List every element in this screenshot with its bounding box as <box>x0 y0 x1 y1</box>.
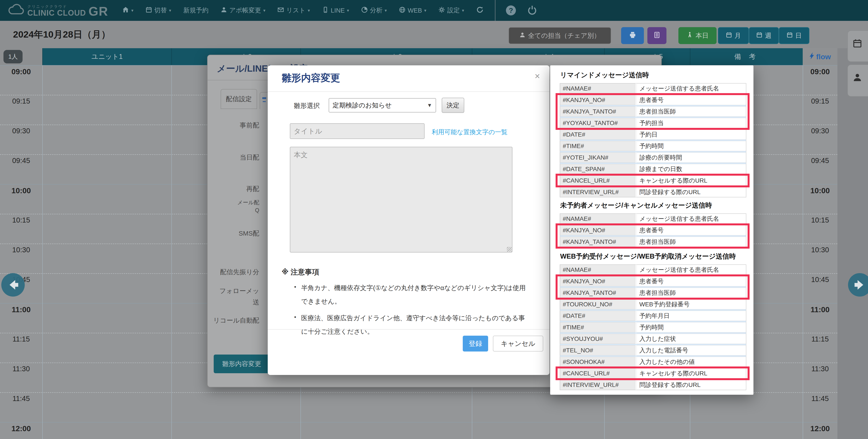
placeholder-description: 入力したその他の値 <box>637 357 746 367</box>
time-label: 09:45 <box>0 156 42 165</box>
list-view-button[interactable] <box>647 27 666 44</box>
highlighted-row-group: #KANJYA_NO#患者番号#KANJYA_TANTO#患者担当医師 <box>560 225 746 248</box>
person-count-badge: 1人 <box>3 50 23 63</box>
mail-icon <box>277 6 284 14</box>
calendar-row[interactable] <box>0 392 837 422</box>
menu-line-label: LINE <box>331 7 345 14</box>
menu-appointment-book-label: アポ帳変更 <box>229 6 261 15</box>
top-navbar: クリニッククラウド CLINIC CLOUD GR ▾ 切替 ▾ 新規予約 アポ… <box>0 0 868 21</box>
menu-analysis-label: 分析 <box>370 6 382 15</box>
rail-person-button[interactable] <box>847 64 868 97</box>
placeholder-code: #CANCEL_URL# <box>560 368 636 378</box>
refresh-icon <box>476 6 484 15</box>
placeholder-row: #TOUROKU_NO#WEB予約登録番号 <box>560 299 746 311</box>
settings-label: メール配 <box>208 199 259 206</box>
menu-analysis[interactable]: 分析 ▾ <box>361 6 387 15</box>
print-button[interactable] <box>621 27 644 44</box>
menu-line[interactable]: LINE ▾ <box>322 6 349 14</box>
menu-settings-label: 設定 <box>447 6 460 15</box>
tab-partial[interactable] <box>260 92 269 109</box>
refresh-button[interactable] <box>476 6 484 15</box>
notes-title: ※ 注意事項 <box>282 267 319 277</box>
menu-web[interactable]: WEB ▾ <box>399 6 426 14</box>
lightning-bolt-icon <box>809 52 814 61</box>
column-border <box>172 65 172 439</box>
placeholder-section-heading: 未予約者メッセージ/キャンセルメッセージ送信時 <box>560 201 746 210</box>
placeholder-code: #KANJYA_NO# <box>560 225 636 235</box>
placeholder-description: 診療までの日数 <box>637 164 746 174</box>
week-view-button[interactable]: 週 <box>749 27 779 44</box>
menu-home[interactable]: ▾ <box>122 6 133 15</box>
time-label: 11:15 <box>803 335 837 343</box>
menu-new-reservation[interactable]: 新規予約 <box>183 6 209 15</box>
right-rail <box>837 48 868 439</box>
time-label: 11:00 <box>803 305 837 314</box>
today-button[interactable]: 本日 <box>678 27 717 44</box>
template-change-button[interactable]: 雛形内容変更 <box>214 355 270 373</box>
time-label: 09:30 <box>803 127 837 135</box>
time-label: 11:45 <box>803 394 837 403</box>
menu-appointment-book[interactable]: アポ帳変更 ▾ <box>221 6 265 15</box>
placeholder-code: #TIME# <box>560 322 636 332</box>
help-button[interactable]: ? <box>506 5 516 16</box>
placeholder-row: #NAMAE#メッセージ送信する患者氏名 <box>560 265 746 276</box>
brand-logo[interactable]: クリニッククラウド CLINIC CLOUD GR <box>8 4 108 17</box>
replacement-chars-link[interactable]: 利用可能な置換文字の一覧 <box>432 128 507 137</box>
settings-label: 送 <box>208 298 259 307</box>
placeholder-description: メッセージ送信する患者氏名 <box>637 214 746 224</box>
register-button[interactable]: 登録 <box>463 335 488 352</box>
time-label: 11:30 <box>803 365 837 373</box>
flow-label: flow <box>816 53 831 61</box>
template-select[interactable]: 定期検診のお知らせ ▼ <box>329 98 436 113</box>
close-icon[interactable]: × <box>534 71 540 81</box>
menu-settings[interactable]: 設定 ▾ <box>438 6 464 15</box>
current-date: 2024年10月28日（月） <box>13 28 111 41</box>
logout-button[interactable] <box>527 5 537 16</box>
chevron-down-icon: ▾ <box>263 8 265 13</box>
placeholder-description: メッセージ送信する患者氏名 <box>637 265 746 275</box>
placeholder-code: #YOYAKU_TANTO# <box>560 118 636 128</box>
placeholder-code: #KANJYA_NO# <box>560 276 636 286</box>
time-label: 10:45 <box>803 275 837 284</box>
calendar-row[interactable] <box>0 422 837 439</box>
column-header-flow[interactable]: flow <box>803 48 837 65</box>
menu-web-label: WEB <box>408 7 422 14</box>
time-label: 09:15 <box>0 97 42 105</box>
placeholder-row: #KANJYA_NO#患者番号 <box>560 95 746 107</box>
decide-button[interactable]: 決定 <box>442 98 464 113</box>
brand-en-text: CLINIC CLOUD <box>27 9 86 17</box>
month-view-button[interactable]: 月 <box>718 27 749 44</box>
settings-label: フォローメッ <box>208 287 259 295</box>
tab-delivery-settings[interactable]: 配信設定 <box>221 89 257 109</box>
bullet-icon: • <box>294 311 296 323</box>
modal-title: 雛形内容変更 <box>282 71 340 84</box>
placeholder-row: #INTERVIEW_URL#問診登録する際のURL <box>560 187 746 197</box>
main-menu: ▾ 切替 ▾ 新規予約 アポ帳変更 ▾ リスト ▾ LINE <box>122 6 484 15</box>
list-icon <box>653 31 660 40</box>
chevron-down-icon: ▾ <box>424 8 426 13</box>
placeholder-row: #YOTEI_JIKAN#診療の所要時間 <box>560 152 746 164</box>
title-input[interactable] <box>290 123 425 139</box>
chevron-down-icon: ▾ <box>462 8 464 13</box>
calendar-icon <box>756 32 762 39</box>
person-icon <box>519 32 525 39</box>
chevron-down-icon: ▾ <box>169 8 171 13</box>
month-label: 月 <box>735 31 741 40</box>
menu-switch[interactable]: 切替 ▾ <box>146 6 171 15</box>
settings-label: リコール自動配 <box>208 316 259 325</box>
placeholder-code: #TOUROKU_NO# <box>560 299 636 310</box>
rail-calendar-button[interactable] <box>847 30 868 62</box>
placeholder-row: #CANCEL_URL#キャンセルする際のURL <box>560 368 746 380</box>
bullet-icon: • <box>294 281 296 293</box>
calendar-icon <box>787 32 793 39</box>
menu-list[interactable]: リスト ▾ <box>277 6 310 15</box>
placeholder-row: #TIME#予約時間 <box>560 322 746 334</box>
time-label: 09:30 <box>0 127 42 135</box>
cancel-button[interactable]: キャンセル <box>493 335 543 352</box>
placeholder-code: #DATE_SPAN# <box>560 164 636 174</box>
previous-day-button[interactable] <box>1 273 25 297</box>
staff-filter-button[interactable]: 全ての担当（チェア別） <box>508 27 611 44</box>
body-textarea[interactable] <box>290 147 513 253</box>
day-view-button[interactable]: 日 <box>779 27 809 44</box>
settings-label: 事前配 <box>208 121 259 130</box>
